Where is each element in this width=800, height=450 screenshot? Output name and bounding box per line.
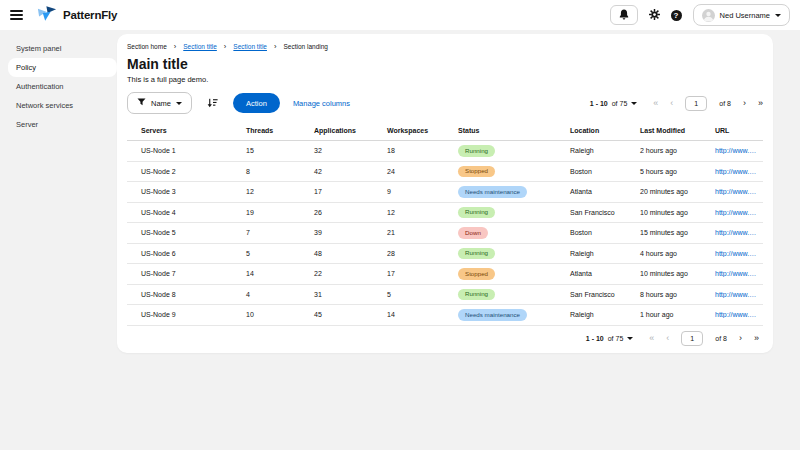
next-page-button[interactable]: › — [739, 334, 742, 343]
breadcrumb-item[interactable]: Section title — [183, 42, 217, 52]
column-header-threads: Threads — [232, 121, 300, 141]
notifications-button[interactable] — [610, 5, 638, 25]
url-link[interactable]: http://www.redhat.com — [715, 229, 757, 236]
menu-toggle-icon[interactable] — [10, 10, 23, 20]
url-link[interactable]: http://www.redhat.com — [715, 291, 757, 298]
last-page-button[interactable]: » — [758, 99, 763, 108]
sidebar-item-system-panel[interactable]: System panel — [0, 39, 117, 58]
column-header-status: Status — [444, 121, 556, 141]
next-page-button[interactable]: › — [743, 99, 746, 108]
page-input[interactable] — [681, 331, 703, 346]
pagination-summary-dropdown[interactable]: 1 - 10 of 75 — [586, 335, 633, 342]
column-header-applications: Applications — [300, 121, 373, 141]
help-button[interactable]: ? — [671, 10, 682, 21]
pagination-summary-dropdown[interactable]: 1 - 10 of 75 — [590, 100, 637, 107]
filter-dropdown[interactable]: Name — [127, 92, 192, 114]
applications-cell: 32 — [300, 141, 373, 162]
user-menu[interactable]: Ned Username — [693, 4, 790, 26]
masthead: PatternFly — [0, 0, 800, 30]
manage-columns-link[interactable]: Manage columns — [293, 99, 350, 108]
last-modified-cell: 8 hours ago — [626, 284, 701, 305]
page-description: This is a full page demo. — [127, 75, 763, 85]
location-cell: Atlanta — [556, 182, 626, 203]
url-link[interactable]: http://www.redhat.com — [715, 270, 757, 277]
sidebar-item-authentication[interactable]: Authentication — [0, 77, 117, 96]
column-header-last-modified: Last Modified — [626, 121, 701, 141]
threads-cell: 4 — [232, 284, 300, 305]
threads-cell: 8 — [232, 161, 300, 182]
table-row: US-Node 9104514Needs maintenanceRaleigh1… — [127, 305, 763, 326]
applications-cell: 17 — [300, 182, 373, 203]
pagination-top: 1 - 10 of 75 « ‹ of 8 › » — [590, 96, 763, 111]
url-link[interactable]: http://www.redhat.com — [715, 311, 757, 318]
first-page-button[interactable]: « — [649, 334, 654, 343]
first-page-button[interactable]: « — [653, 99, 658, 108]
threads-cell: 5 — [232, 243, 300, 264]
workspaces-cell: 28 — [373, 243, 444, 264]
table-row: US-Node 284224StoppedBoston5 hours agoht… — [127, 161, 763, 182]
status-badge: Stopped — [458, 268, 495, 280]
action-button[interactable]: Action — [233, 93, 280, 113]
breadcrumb-item: Section landing — [283, 42, 327, 52]
status-cell: Running — [444, 243, 556, 264]
workspaces-cell: 21 — [373, 223, 444, 244]
workspaces-cell: 24 — [373, 161, 444, 182]
page-count-label: of 8 — [715, 335, 727, 342]
last-page-button[interactable]: » — [754, 334, 759, 343]
chevron-right-icon: › — [174, 43, 177, 51]
url-link[interactable]: http://www.redhat.com — [715, 209, 757, 216]
location-cell: San Francisco — [556, 284, 626, 305]
sidebar-item-network-services[interactable]: Network services — [0, 96, 117, 115]
sort-button[interactable] — [207, 96, 218, 111]
sidebar-item-policy[interactable]: Policy — [8, 58, 117, 77]
sidebar-nav: System panelPolicyAuthenticationNetwork … — [0, 30, 117, 450]
page-input[interactable] — [685, 96, 707, 111]
prev-page-button[interactable]: ‹ — [666, 334, 669, 343]
url-link[interactable]: http://www.redhat.com — [715, 188, 757, 195]
last-modified-cell: 1 hour ago — [626, 305, 701, 326]
status-badge: Needs maintenance — [458, 186, 527, 198]
sidebar-item-server[interactable]: Server — [0, 115, 117, 134]
table-row: US-Node 7142217StoppedAtlanta10 minutes … — [127, 264, 763, 285]
sort-amount-icon — [207, 96, 218, 111]
toolbar: Name Action Manage columns — [127, 92, 763, 114]
server-cell: US-Node 6 — [127, 243, 232, 264]
workspaces-cell: 17 — [373, 264, 444, 285]
page-title: Main title — [127, 57, 763, 72]
last-modified-cell: 20 minutes ago — [626, 182, 701, 203]
url-link[interactable]: http://www.redhat.com — [715, 168, 757, 175]
location-cell: Raleigh — [556, 305, 626, 326]
status-badge: Needs maintenance — [458, 309, 527, 321]
workspaces-cell: 18 — [373, 141, 444, 162]
url-link[interactable]: http://www.redhat.com — [715, 147, 757, 154]
settings-button[interactable] — [649, 8, 660, 23]
workspaces-cell: 12 — [373, 202, 444, 223]
threads-cell: 12 — [232, 182, 300, 203]
chevron-down-icon — [176, 102, 182, 105]
server-cell: US-Node 9 — [127, 305, 232, 326]
location-cell: San Francisco — [556, 202, 626, 223]
workspaces-cell: 9 — [373, 182, 444, 203]
status-cell: Needs maintenance — [444, 182, 556, 203]
breadcrumb-item[interactable]: Section title — [233, 42, 267, 52]
table-row: US-Node 312179Needs maintenanceAtlanta20… — [127, 182, 763, 203]
url-link[interactable]: http://www.redhat.com — [715, 250, 757, 257]
prev-page-button[interactable]: ‹ — [670, 99, 673, 108]
column-header-workspaces: Workspaces — [373, 121, 444, 141]
breadcrumb-item: Section home — [127, 42, 167, 52]
url-cell: http://www.redhat.com — [701, 305, 763, 326]
server-cell: US-Node 8 — [127, 284, 232, 305]
last-modified-cell: 15 minutes ago — [626, 223, 701, 244]
last-modified-cell: 5 hours ago — [626, 161, 701, 182]
workspaces-cell: 14 — [373, 305, 444, 326]
status-badge: Running — [458, 289, 495, 301]
last-modified-cell: 4 hours ago — [626, 243, 701, 264]
user-name: Ned Username — [720, 11, 770, 20]
applications-cell: 45 — [300, 305, 373, 326]
applications-cell: 26 — [300, 202, 373, 223]
table-row: US-Node 84315RunningSan Francisco8 hours… — [127, 284, 763, 305]
pagination-total: of 75 — [608, 335, 624, 342]
table-row: US-Node 654828RunningRaleigh4 hours agoh… — [127, 243, 763, 264]
breadcrumb: Section home›Section title›Section title… — [127, 42, 763, 52]
status-cell: Running — [444, 284, 556, 305]
